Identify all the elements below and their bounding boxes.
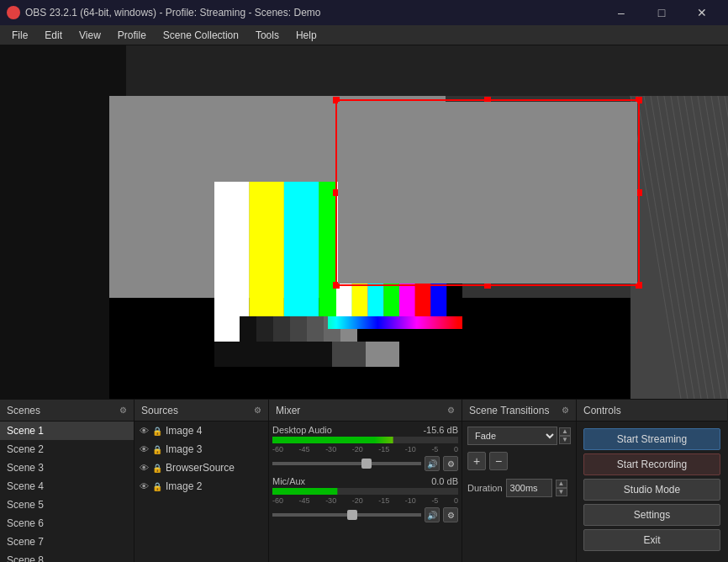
spin-down-button[interactable]: ▼ [559,436,571,444]
transitions-header-icon: ⚙ [562,406,569,415]
minimize-button[interactable]: – [602,0,641,25]
menu-file[interactable]: File [3,25,36,45]
close-button[interactable]: ✕ [683,0,721,25]
menubar: File Edit View Profile Scene Collection … [0,25,728,45]
studio-mode-button[interactable]: Studio Mode [583,479,720,501]
transition-select-row: Fade Cut Swipe Slide ▲ ▼ [467,427,571,445]
menu-profile[interactable]: Profile [109,25,155,45]
controls-header: Controls [577,400,727,422]
scenes-panel: Scenes ⚙ Scene 1 Scene 2 Scene 3 Scene 4… [0,400,135,562]
start-recording-button[interactable]: Start Recording [583,453,720,475]
scene-item[interactable]: Scene 6 [0,514,134,533]
controls-content: Start Streaming Start Recording Studio M… [577,422,727,562]
preview-area [0,45,728,399]
preview-canvas [0,45,728,399]
start-streaming-button[interactable]: Start Streaming [583,428,720,450]
titlebar-controls: – □ ✕ [602,0,721,25]
mixer-channel-desktop: Desktop Audio -15.6 dB -60-45-30-20-15-1… [272,425,458,471]
sources-header: Sources ⚙ [135,400,268,422]
menu-edit[interactable]: Edit [36,25,71,45]
desktop-audio-slider[interactable] [272,462,421,465]
transitions-panel: Scene Transitions ⚙ Fade Cut Swipe Slide… [462,400,577,562]
source-label: Image 3 [166,443,202,455]
scenes-title: Scenes [7,405,40,416]
sources-list: 👁 🔒 Image 4 👁 🔒 Image 3 👁 🔒 BrowserSourc… [135,422,268,562]
mic-aux-meter [272,488,458,495]
lock-icon: 🔒 [152,445,162,454]
source-item[interactable]: 👁 🔒 BrowserSource [135,459,268,477]
transition-spinner: ▲ ▼ [559,427,571,444]
mixer-content: Desktop Audio -15.6 dB -60-45-30-20-15-1… [269,422,462,562]
mic-aux-mute[interactable]: 🔊 [425,507,440,522]
scene-item[interactable]: Scene 7 [0,533,134,551]
scenes-header-icon: ⚙ [119,406,127,415]
transitions-title: Scene Transitions [469,405,549,416]
mixer-panel: Mixer ⚙ Desktop Audio -15.6 dB [269,400,462,562]
source-label: Image 2 [166,480,202,492]
spin-up-button[interactable]: ▲ [559,427,571,436]
desktop-audio-slider-thumb[interactable] [361,459,372,469]
scene-item[interactable]: Scene 2 [0,440,134,459]
transition-type-select[interactable]: Fade Cut Swipe Slide [467,427,557,445]
scene-item[interactable]: Scene 5 [0,496,134,514]
mic-aux-settings[interactable]: ⚙ [443,507,458,522]
maximize-button[interactable]: □ [642,0,681,25]
duration-input[interactable] [506,479,552,497]
eye-icon: 👁 [140,481,149,491]
eye-icon: 👁 [140,463,149,473]
controls-panel: Controls Start Streaming Start Recording… [577,400,727,562]
lock-icon: 🔒 [152,464,162,473]
desktop-audio-db: -15.6 dB [423,425,458,435]
mixer-channel-mic: Mic/Aux 0.0 dB -60-45-30-20-15-10-50 [272,476,458,522]
transitions-content: Fade Cut Swipe Slide ▲ ▼ + − Duration [462,422,576,562]
desktop-audio-mute[interactable]: 🔊 [425,456,440,471]
controls-title: Controls [583,405,621,416]
eye-icon: 👁 [140,444,149,454]
titlebar-title: OBS 23.2.1 (64-bit, windows) - Profile: … [25,7,602,19]
scenes-list: Scene 1 Scene 2 Scene 3 Scene 4 Scene 5 … [0,422,134,562]
mic-aux-slider[interactable] [272,513,421,517]
mixer-header: Mixer ⚙ [269,400,462,422]
mic-aux-slider-thumb[interactable] [347,510,357,520]
duration-spin-up[interactable]: ▲ [556,480,567,488]
mixer-header-icon: ⚙ [447,406,455,415]
menu-view[interactable]: View [71,25,109,45]
source-item[interactable]: 👁 🔒 Image 4 [135,422,268,440]
source-item[interactable]: 👁 🔒 Image 2 [135,477,268,496]
duration-spin-down[interactable]: ▼ [556,488,567,496]
mixer-title: Mixer [276,405,300,416]
bottom-panel: Scenes ⚙ Scene 1 Scene 2 Scene 3 Scene 4… [0,399,728,562]
remove-transition-button[interactable]: − [489,452,508,470]
settings-button[interactable]: Settings [583,504,720,526]
menu-scene-collection[interactable]: Scene Collection [155,25,247,45]
app-icon [7,6,20,19]
transition-add-remove: + − [467,452,571,470]
scene-item[interactable]: Scene 1 [0,422,134,440]
add-transition-button[interactable]: + [467,452,486,470]
menu-help[interactable]: Help [288,25,325,45]
duration-spinner: ▲ ▼ [556,480,567,496]
duration-row: Duration ▲ ▼ [467,479,571,497]
transitions-header: Scene Transitions ⚙ [462,400,576,422]
scene-item[interactable]: Scene 4 [0,477,134,496]
source-label: BrowserSource [166,462,235,474]
desktop-audio-settings[interactable]: ⚙ [443,456,458,471]
source-label: Image 4 [166,425,202,437]
duration-label: Duration [467,483,503,493]
scene-item[interactable]: Scene 3 [0,459,134,477]
mic-aux-controls: 🔊 ⚙ [272,507,458,522]
desktop-audio-label: Desktop Audio [272,425,332,435]
desktop-audio-controls: 🔊 ⚙ [272,456,458,471]
mic-aux-label: Mic/Aux [272,476,305,486]
scenes-header: Scenes ⚙ [0,400,134,422]
sources-header-icon: ⚙ [254,406,261,415]
source-item[interactable]: 👁 🔒 Image 3 [135,440,268,459]
scene-item[interactable]: Scene 8 [0,551,134,562]
lock-icon: 🔒 [152,427,162,436]
exit-button[interactable]: Exit [583,529,720,551]
mic-aux-db: 0.0 dB [431,476,458,486]
menu-tools[interactable]: Tools [247,25,288,45]
lock-icon: 🔒 [152,482,162,491]
desktop-audio-meter [272,437,458,443]
sources-panel: Sources ⚙ 👁 🔒 Image 4 👁 🔒 Image 3 👁 🔒 [135,400,269,562]
